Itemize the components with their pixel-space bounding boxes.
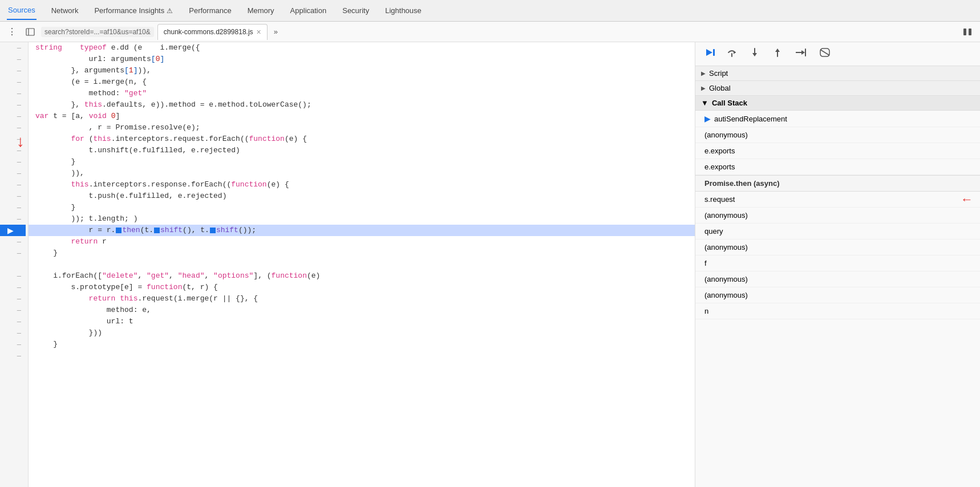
callstack-item-label: (anonymous) bbox=[704, 211, 748, 220]
more-tabs-button[interactable]: » bbox=[271, 26, 281, 38]
code-line: method: "get" bbox=[29, 88, 695, 99]
file-tab[interactable]: chunk-commons.d2899818.js × bbox=[157, 24, 268, 40]
callstack-item[interactable]: e.exports bbox=[695, 143, 980, 159]
gutter-line: – bbox=[0, 42, 26, 54]
gutter-line: – bbox=[0, 236, 26, 247]
script-scope-section: ▶ Script bbox=[695, 66, 980, 81]
callstack-item-label: autiSendReplacement bbox=[714, 115, 787, 123]
callstack-item[interactable]: (anonymous) bbox=[695, 271, 980, 287]
code-line: method: e, bbox=[29, 305, 695, 316]
callstack-async-label: Promise.then (async) bbox=[704, 179, 780, 188]
code-line: } bbox=[29, 247, 695, 259]
svg-marker-13 bbox=[801, 50, 805, 55]
gutter-line: – bbox=[0, 54, 26, 65]
code-line: for (this.interceptors.request.forEach((… bbox=[29, 133, 695, 145]
main-layout: – – – – – – – – – ↓ – – – – – – – ▶ – – … bbox=[0, 42, 980, 487]
gutter-line: – bbox=[0, 339, 26, 350]
svg-rect-2 bbox=[963, 29, 966, 35]
breakpoint-marker bbox=[210, 228, 216, 233]
gutter-line: – bbox=[0, 145, 26, 156]
callstack-item-autisend[interactable]: ▶ autiSendReplacement bbox=[695, 111, 980, 127]
global-scope-label: Global bbox=[709, 84, 731, 92]
gutter-line bbox=[0, 259, 26, 270]
callstack-item[interactable]: f bbox=[695, 255, 980, 271]
sidebar-toggle-button[interactable] bbox=[23, 26, 38, 38]
search-tab[interactable]: search?storeId=...=af10&us=af10& bbox=[41, 27, 154, 37]
script-scope-label: Script bbox=[709, 69, 728, 78]
triangle-icon: ▶ bbox=[701, 70, 706, 76]
callstack-item[interactable]: (anonymous) bbox=[695, 240, 980, 255]
gutter-line: – bbox=[0, 282, 26, 293]
code-line: url: t bbox=[29, 316, 695, 327]
gutter-line: – bbox=[0, 99, 26, 111]
callstack-item[interactable]: (anonymous) bbox=[695, 208, 980, 224]
active-line-arrow: ▶ bbox=[7, 226, 14, 235]
code-line: this.interceptors.response.forEach((func… bbox=[29, 179, 695, 190]
gutter-line: – bbox=[0, 156, 26, 168]
svg-rect-3 bbox=[969, 29, 971, 35]
gutter-line: – bbox=[0, 179, 26, 190]
script-scope-header[interactable]: ▶ Script bbox=[695, 66, 980, 80]
code-line: return r bbox=[29, 236, 695, 247]
nav-item-security[interactable]: Security bbox=[341, 2, 370, 19]
code-line: var t = [a, void 0] bbox=[29, 111, 695, 122]
gutter-line: – bbox=[0, 350, 26, 362]
gutter-line: – bbox=[0, 111, 26, 122]
nav-item-sources[interactable]: Sources bbox=[7, 1, 37, 20]
step-over-button[interactable] bbox=[725, 46, 739, 62]
callstack-header[interactable]: ▼ Call Stack bbox=[695, 96, 980, 111]
svg-marker-4 bbox=[706, 49, 712, 56]
callstack-title: Call Stack bbox=[712, 99, 747, 107]
nav-item-application[interactable]: Application bbox=[289, 2, 328, 19]
gutter-line: – bbox=[0, 122, 26, 133]
callstack-item[interactable]: n bbox=[695, 303, 980, 319]
svg-marker-9 bbox=[752, 53, 757, 56]
step-out-button[interactable] bbox=[771, 46, 784, 62]
top-nav: Sources Network Performance Insights ⚠ P… bbox=[0, 0, 980, 22]
gutter-line: – bbox=[0, 65, 26, 76]
step-button[interactable] bbox=[793, 46, 808, 62]
code-line: } bbox=[29, 339, 695, 350]
nav-item-performance-insights[interactable]: Performance Insights ⚠ bbox=[93, 2, 174, 19]
code-line: , r = Promise.resolve(e); bbox=[29, 122, 695, 133]
callstack-item-label: (anonymous) bbox=[704, 243, 748, 251]
code-line: } bbox=[29, 202, 695, 213]
code-line: }, this.defaults, e)).method = e.method.… bbox=[29, 99, 695, 111]
nav-item-memory[interactable]: Memory bbox=[246, 2, 276, 19]
nav-item-network[interactable]: Network bbox=[50, 2, 80, 19]
blue-arrow-icon: ▶ bbox=[704, 114, 711, 123]
callstack-item-label: (anonymous) bbox=[704, 291, 748, 299]
callstack-item-label: (anonymous) bbox=[704, 275, 748, 283]
global-scope-header[interactable]: ▶ Global bbox=[695, 81, 980, 95]
nav-item-performance[interactable]: Performance bbox=[188, 2, 232, 19]
callstack-item-srequest[interactable]: s.request ← bbox=[695, 192, 980, 208]
code-editor[interactable]: string typeof e.dd (e i.merge({ url: arg… bbox=[29, 42, 695, 487]
code-line: t.unshift(e.fulfilled, e.rejected) bbox=[29, 145, 695, 156]
gutter-line: – bbox=[0, 327, 26, 339]
svg-marker-11 bbox=[775, 48, 780, 52]
callstack-item[interactable]: e.exports bbox=[695, 159, 980, 175]
svg-rect-5 bbox=[713, 49, 715, 56]
code-line: (e = i.merge(n, { bbox=[29, 76, 695, 88]
code-line: i.forEach(["delete", "get", "head", "opt… bbox=[29, 270, 695, 282]
breakpoint-marker bbox=[116, 228, 122, 233]
svg-rect-0 bbox=[26, 29, 34, 35]
code-line: )), bbox=[29, 168, 695, 179]
tab-close-button[interactable]: × bbox=[257, 27, 261, 36]
line-gutter: – – – – – – – – – ↓ – – – – – – – ▶ – – … bbox=[0, 42, 29, 487]
resume-button[interactable] bbox=[702, 46, 716, 62]
pause-button[interactable] bbox=[959, 25, 975, 39]
callstack-item[interactable]: (anonymous) bbox=[695, 127, 980, 143]
file-tab-label: chunk-commons.d2899818.js bbox=[164, 28, 253, 36]
step-into-button[interactable] bbox=[748, 46, 762, 62]
toolbar: ⋮ search?storeId=...=af10&us=af10& chunk… bbox=[0, 22, 980, 42]
gutter-line: – bbox=[0, 316, 26, 327]
code-line: )); t.length; ) bbox=[29, 213, 695, 225]
menu-button[interactable]: ⋮ bbox=[5, 25, 19, 39]
deactivate-button[interactable] bbox=[817, 46, 832, 62]
nav-item-lighthouse[interactable]: Lighthouse bbox=[384, 2, 423, 19]
global-scope-section: ▶ Global bbox=[695, 81, 980, 96]
gutter-line: – bbox=[0, 88, 26, 99]
callstack-item[interactable]: (anonymous) bbox=[695, 287, 980, 303]
callstack-item[interactable]: query bbox=[695, 224, 980, 240]
